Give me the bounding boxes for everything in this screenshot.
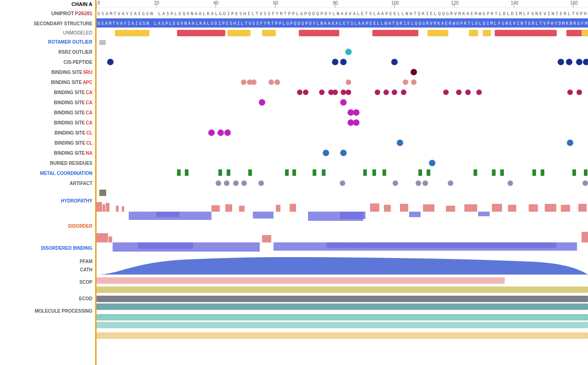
metal-coordination-row [216,180,588,186]
svg-rect-140 [492,204,502,212]
svg-rect-106 [584,169,588,176]
svg-rect-104 [541,169,544,176]
svg-rect-133 [290,204,296,212]
molecule-processing-bar [97,332,588,339]
svg-rect-135 [384,205,391,212]
svg-point-78 [224,129,231,136]
chain-sequence-row: GSAMTVAYIAIGSN LASPLEQVNAALKALGDIPESHILT… [97,11,588,16]
svg-rect-150 [340,212,365,219]
svg-text:160: 160 [570,0,578,6]
svg-rect-26 [299,30,339,36]
svg-rect-128 [122,206,124,212]
svg-rect-27 [372,30,418,36]
cis-peptide-row [411,69,417,75]
svg-point-47 [251,79,257,85]
svg-rect-24 [228,30,251,36]
svg-point-84 [429,160,435,166]
label-binding-ca3: BINDING SITE CA [0,107,95,118]
label-cath: CATH [0,265,95,274]
svg-point-49 [274,79,280,85]
binding-5ru-row [241,79,417,85]
svg-rect-142 [529,204,538,212]
svg-rect-94 [363,169,367,176]
svg-rect-130 [225,204,232,212]
svg-text:140: 140 [511,0,519,6]
svg-text:120: 120 [451,0,459,6]
svg-rect-88 [227,169,230,176]
svg-rect-93 [322,169,325,176]
svg-rect-156 [108,236,112,242]
label-chain: CHAIN A [0,0,95,8]
svg-text:0: 0 [97,0,100,6]
label-disorder: DISORDER [0,213,95,239]
svg-rect-103 [532,169,536,176]
binding-ca4-row [208,129,231,136]
svg-rect-33 [582,30,588,36]
svg-rect-147 [156,212,179,217]
label-metal-coordination: METAL COORDINATION [0,168,95,178]
svg-point-115 [340,180,345,186]
secondary-structure-row [115,30,588,36]
svg-point-53 [297,90,303,95]
svg-rect-131 [239,206,245,212]
label-buried-residues: BURIED RESIDUES [0,158,95,168]
label-rsrz-outlier: RSRZ OUTLIER [0,47,95,57]
svg-point-71 [340,99,347,106]
label-molecule-processing: MOLECULE PROCESSING [0,307,95,315]
svg-rect-34 [99,40,106,45]
svg-rect-90 [285,169,289,176]
svg-rect-168 [97,322,588,328]
svg-rect-102 [500,169,504,176]
svg-point-61 [383,90,389,95]
svg-point-75 [353,119,360,126]
label-uniprot: UNIPROT P26281 [0,8,95,18]
label-scop: SCOP [0,274,95,290]
svg-point-60 [375,90,380,95]
svg-rect-23 [177,30,225,36]
svg-point-38 [340,59,347,65]
svg-point-52 [411,79,417,85]
svg-text:40: 40 [213,0,219,6]
svg-rect-30 [483,30,491,36]
svg-rect-87 [218,169,222,176]
disordered-binding-chart [97,257,588,275]
svg-point-62 [392,90,397,95]
svg-rect-163 [97,277,505,284]
svg-rect-167 [97,314,588,320]
svg-point-37 [332,59,338,65]
svg-rect-148 [253,212,274,219]
uniprot-link[interactable]: P26281 [75,11,92,16]
ruler: 0 20 40 60 80 100 120 140 160 [97,0,588,7]
binding-ca1-row [259,99,347,106]
binding-ca2-row [348,109,360,116]
svg-rect-158 [582,232,588,242]
svg-text:20: 20 [154,0,160,6]
svg-point-114 [258,180,264,186]
svg-text:GSAMTVAYIAIGSN LASPLEQVNAALKAL: GSAMTVAYIAIGSN LASPLEQVNAALKALGDIPESHILT… [97,11,588,16]
svg-rect-129 [211,205,220,212]
svg-point-74 [348,119,354,126]
label-disordered-binding: DISORDERED BINDING [0,239,95,257]
svg-rect-99 [427,169,430,176]
svg-rect-160 [138,242,193,249]
svg-point-73 [353,109,360,116]
main-container: CHAIN A UNIPROT P26281 SECONDARY STRUCTU… [0,0,588,365]
svg-point-66 [465,90,471,95]
svg-rect-138 [446,206,455,212]
svg-rect-141 [508,205,516,212]
unmodeled-row [99,40,106,45]
svg-point-119 [448,180,453,186]
svg-rect-145 [578,204,587,212]
svg-rect-86 [185,169,188,176]
svg-point-54 [303,90,308,95]
svg-rect-31 [495,30,557,36]
svg-rect-127 [116,206,119,212]
uniprot-row: GSAMTVAYIAIGSN LASPLEQVNAALKALGDIPESHILT… [97,18,588,28]
svg-point-63 [401,90,406,95]
rsrz-outlier-row [107,59,588,65]
svg-point-45 [241,79,246,85]
label-unmodeled: UNMODELED [0,28,95,37]
svg-point-118 [422,180,428,186]
svg-point-44 [411,69,417,75]
svg-rect-155 [97,233,108,242]
